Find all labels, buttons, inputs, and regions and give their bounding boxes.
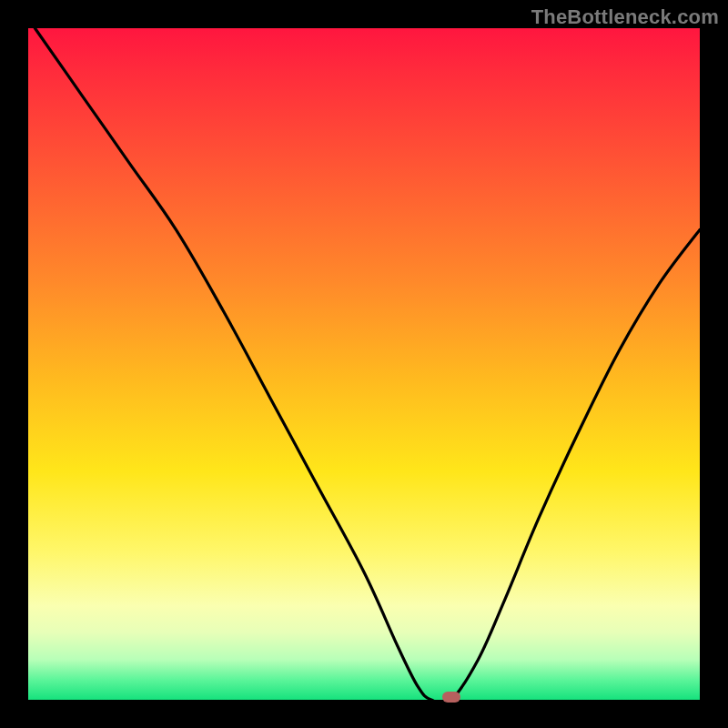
optimal-point-marker	[442, 692, 460, 703]
chart-frame: TheBottleneck.com	[0, 0, 728, 728]
curve-path	[35, 28, 700, 703]
plot-area	[28, 28, 700, 700]
bottleneck-curve	[28, 28, 700, 700]
watermark-text: TheBottleneck.com	[531, 5, 719, 29]
